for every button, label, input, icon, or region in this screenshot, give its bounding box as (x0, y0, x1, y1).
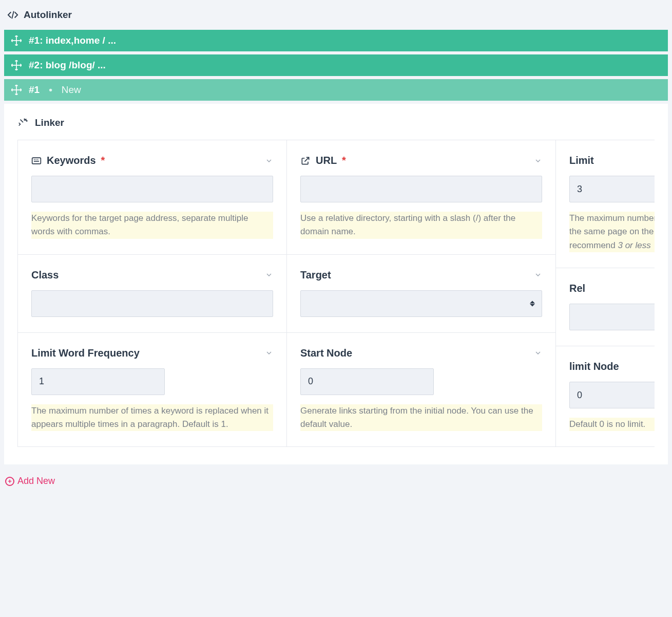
url-input[interactable] (300, 176, 542, 202)
limit-node-input[interactable] (569, 382, 655, 408)
chevron-down-icon[interactable] (534, 157, 542, 165)
svg-point-8 (27, 121, 27, 121)
field-limit-node: limit Node Default 0 is no limit. (556, 346, 655, 447)
chevron-down-icon[interactable] (265, 157, 273, 165)
panel-title: Linker (17, 117, 655, 128)
add-new-button[interactable]: + Add New (4, 464, 56, 491)
limit-input[interactable] (569, 176, 655, 202)
linker-row-suffix: New (62, 84, 81, 96)
chevron-down-icon[interactable] (265, 349, 273, 357)
chevron-down-icon[interactable] (265, 271, 273, 279)
linker-row-label: #2: blog /blog/ ... (29, 60, 106, 71)
keywords-input[interactable] (31, 176, 273, 202)
plus-circle-icon: + (5, 477, 14, 486)
field-help: The maximum number of links to the same … (569, 212, 655, 252)
field-rel: Rel (556, 268, 655, 346)
class-input[interactable] (31, 290, 273, 317)
move-icon[interactable] (11, 35, 22, 46)
field-help: The maximum number of times a keyword is… (31, 404, 273, 432)
code-icon (7, 9, 18, 21)
field-label: Target (300, 269, 331, 281)
svg-line-0 (12, 11, 14, 19)
linker-row-prefix: #1 (29, 84, 40, 96)
field-target: Target (287, 255, 556, 333)
svg-point-7 (26, 119, 26, 120)
add-new-label: Add New (17, 476, 55, 487)
separator-dot: • (47, 84, 54, 96)
required-asterisk: * (342, 155, 346, 166)
linker-row-expanded-header[interactable]: #1 • New (4, 79, 668, 101)
field-label: Start Node (300, 347, 352, 359)
field-label: Class (31, 269, 59, 281)
chevron-down-icon[interactable] (534, 271, 542, 279)
field-help: Keywords for the target page address, se… (31, 212, 273, 239)
move-icon[interactable] (11, 60, 22, 70)
field-help: Default 0 is no limit. (569, 418, 655, 431)
field-start-node: Start Node Generate links starting from … (287, 333, 556, 447)
field-label: Limit Word Frequency (31, 347, 140, 359)
linker-panel: Linker Keywords * Keywords for (4, 104, 668, 464)
page-title: Autolinker (24, 9, 72, 21)
field-class: Class (18, 255, 287, 333)
field-label: Keywords (47, 155, 96, 166)
linker-row-2[interactable]: #2: blog /blog/ ... (4, 54, 668, 76)
limit-word-frequency-input[interactable] (31, 368, 165, 395)
start-node-input[interactable] (300, 368, 434, 395)
svg-point-9 (24, 120, 25, 120)
field-url: URL * Use a relative directory, starting… (287, 140, 556, 255)
field-label: URL (316, 155, 337, 166)
page-header: Autolinker (4, 4, 668, 30)
field-limit-word-frequency: Limit Word Frequency The maximum number … (18, 333, 287, 447)
field-keywords: Keywords * Keywords for the target page … (18, 140, 287, 255)
move-icon[interactable] (11, 85, 22, 95)
rel-input[interactable] (569, 304, 655, 330)
field-help: Use a relative directory, starting with … (300, 212, 542, 239)
linker-row-1[interactable]: #1: index,home / ... (4, 30, 668, 51)
target-select[interactable] (300, 290, 542, 317)
field-limit: Limit The maximum number of links to the… (556, 140, 655, 268)
fields-grid: Keywords * Keywords for the target page … (17, 140, 655, 447)
field-label: Limit (569, 155, 594, 166)
external-link-icon (300, 156, 311, 166)
select-caret-icon (530, 301, 535, 306)
keywords-icon (31, 156, 42, 166)
linker-row-label: #1: index,home / ... (29, 35, 116, 46)
required-asterisk: * (101, 155, 105, 166)
field-label: Rel (569, 283, 585, 294)
field-help: Generate links starting from the initial… (300, 404, 542, 432)
chevron-down-icon[interactable] (534, 349, 542, 357)
field-label: limit Node (569, 361, 619, 372)
